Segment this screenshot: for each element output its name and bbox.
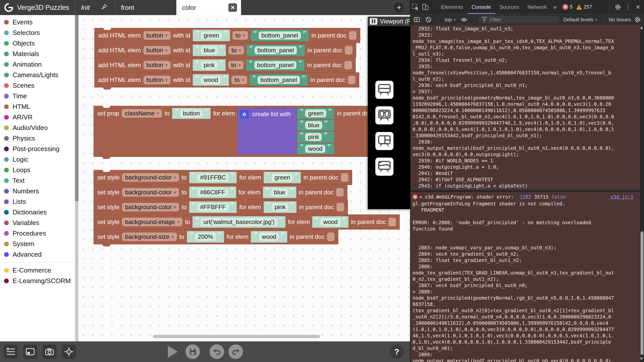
list-mutator-gear-icon[interactable] — [240, 110, 249, 119]
in-parent-doc-checkbox[interactable] — [327, 233, 335, 241]
puzzle-string-input[interactable]: “bottom_panel” — [250, 74, 308, 86]
in-parent-doc-checkbox[interactable] — [336, 188, 344, 197]
sidebar-scrollbar[interactable] — [75, 15, 78, 341]
sidebar-item-audio-video[interactable]: Audio/Video — [0, 122, 75, 133]
execution-context-selector[interactable]: top ▾ — [443, 17, 458, 23]
tab-front[interactable]: front — [115, 0, 176, 15]
sidebar-item-animation[interactable]: Animation — [0, 59, 75, 70]
in-parent-doc-checkbox[interactable] — [349, 31, 356, 40]
puzzle-string-input[interactable]: “blue” — [193, 44, 226, 56]
sidebar-scrollbar-thumb[interactable] — [75, 15, 78, 201]
puzzle-string-input[interactable]: “#91FFBC” — [189, 172, 237, 183]
puzzle-string-input[interactable]: “wood” — [312, 216, 348, 228]
sidebar-item-ar-vr[interactable]: AR/VR — [0, 112, 75, 122]
puzzle-dropdown-field[interactable]: background-image▾ — [122, 218, 182, 226]
string-value-field[interactable]: green — [305, 109, 326, 117]
puzzle-string-input[interactable]: “wood” — [251, 231, 287, 243]
log-levels-selector[interactable]: Default levels ▾ — [561, 17, 599, 23]
sidebar-item-html[interactable]: HTML — [0, 101, 75, 112]
string-value-field[interactable]: pink — [272, 203, 288, 211]
clear-console-icon[interactable] — [423, 15, 433, 25]
string-value-field[interactable]: bottom_panel — [259, 31, 301, 39]
puzzle-block[interactable]: add HTML elembutton▾with id“wood”to▾“bot… — [94, 72, 359, 87]
string-value-field[interactable]: wood — [259, 233, 279, 241]
sidebar-item-physics[interactable]: Physics — [0, 133, 75, 144]
devtools-tab-elements[interactable]: Elements — [437, 0, 467, 14]
puzzle-block[interactable]: set stylebackground-image▾to“url('walmut… — [94, 214, 400, 230]
sidebar-item-variables[interactable]: Variables — [0, 217, 75, 228]
viewport-panel-header[interactable]: Viewport (F — [368, 17, 410, 26]
sidebar-item-lists[interactable]: Lists — [0, 196, 75, 207]
string-value-field[interactable]: 200% — [195, 233, 216, 241]
puzzle-dropdown-field[interactable]: background-color▾ — [122, 188, 179, 197]
tab-color-active[interactable]: color × — [176, 0, 241, 15]
live-expression-eye-icon[interactable] — [459, 15, 469, 25]
tab-init[interactable]: Init — [75, 0, 115, 15]
in-parent-doc-checkbox[interactable] — [388, 218, 396, 226]
sidebar-item-objects[interactable]: Objects — [0, 38, 75, 49]
issue-badges[interactable]: ✕ 5 257 — [562, 4, 592, 10]
puzzle-string-input[interactable]: “green” — [193, 30, 230, 41]
sidebar-item-dictionaries[interactable]: Dictionaries — [0, 207, 75, 217]
puzzle-dropdown-field[interactable]: button▾ — [143, 31, 171, 40]
sidebar-item-post-processing[interactable]: Post-processing — [0, 144, 75, 154]
puzzle-string-input[interactable]: “blue” — [297, 120, 334, 131]
puzzle-block[interactable]: add HTML elembutton▾with id“blue”to▾“bot… — [94, 43, 356, 58]
puzzle-string-input[interactable]: “blue” — [263, 187, 296, 198]
string-value-field[interactable]: #FFBFFF — [197, 203, 229, 211]
editor-window-button[interactable] — [23, 345, 37, 359]
puzzle-block[interactable]: set propclassName▾to“button”for elemcrea… — [94, 106, 386, 157]
expand-triangle-icon[interactable]: ▶ — [420, 194, 422, 200]
string-value-field[interactable]: pink — [305, 133, 322, 141]
puzzle-string-input[interactable]: “url('walmut_basecolor.jpg')” — [192, 216, 285, 228]
string-value-field[interactable]: green — [201, 31, 222, 39]
puzzle-string-input[interactable]: “wood” — [297, 143, 334, 154]
sidebar-item-selectors[interactable]: Selectors — [0, 27, 75, 38]
in-parent-doc-checkbox[interactable] — [348, 76, 355, 84]
string-value-field[interactable]: bottom_panel — [258, 76, 300, 84]
devtools-close-icon[interactable]: × — [633, 2, 643, 12]
console-settings-gear-icon[interactable] — [632, 15, 642, 25]
screenshot-camera-button[interactable] — [43, 345, 57, 359]
puzzle-string-input[interactable]: “bottom_panel” — [251, 30, 309, 41]
scrollbar-up-arrow[interactable] — [640, 26, 643, 29]
puzzle-dropdown-field[interactable]: button▾ — [143, 46, 171, 55]
cabinet-two-drawers-icon[interactable] — [375, 81, 393, 99]
puzzle-dropdown-field[interactable]: button▾ — [143, 76, 171, 84]
string-value-field[interactable]: bottom_panel — [255, 46, 297, 54]
devtools-tab-sources[interactable]: Sources — [495, 0, 523, 14]
puzzle-dropdown-field[interactable]: background-size▾ — [122, 233, 177, 241]
string-value-field[interactable]: url('walmut_basecolor.jpg') — [201, 218, 277, 226]
puzzle-dropdown-field[interactable]: to▾ — [228, 61, 244, 69]
string-value-field[interactable]: pink — [201, 61, 218, 69]
string-value-field[interactable]: blue — [271, 188, 288, 196]
scrollbar-down-arrow[interactable] — [640, 357, 643, 360]
redo-button[interactable] — [228, 344, 243, 359]
devtools-tab-network[interactable]: Network — [523, 0, 551, 14]
puzzles-workspace[interactable]: add HTML elembutton▾with id“green”to▾“bo… — [78, 15, 410, 341]
save-button[interactable] — [185, 344, 200, 359]
sidebar-item-loops[interactable]: Loops — [0, 165, 75, 175]
sidebar-item-logic[interactable]: Logic — [0, 154, 75, 165]
puzzle-string-input[interactable]: “bottom_panel” — [247, 44, 305, 56]
puzzle-block[interactable]: add HTML elembutton▾with id“pink”to▾“bot… — [94, 58, 356, 73]
cabinet-open-doors-icon[interactable] — [375, 106, 393, 124]
string-value-field[interactable]: blue — [305, 121, 322, 129]
puzzle-dropdown-field[interactable]: to▾ — [228, 46, 244, 55]
cabinet-slant-top-icon[interactable] — [375, 158, 393, 176]
puzzle-string-input[interactable]: “green” — [297, 108, 334, 119]
puzzle-dropdown-field[interactable]: background-color▾ — [122, 173, 179, 182]
puzzle-dropdown-field[interactable]: button▾ — [143, 61, 171, 69]
puzzle-string-input[interactable]: “wood” — [193, 74, 229, 86]
puzzle-string-input[interactable]: “pink” — [193, 59, 226, 71]
inspect-element-icon[interactable] — [410, 2, 420, 12]
sidebar-item-numbers[interactable]: Numbers — [0, 186, 75, 196]
puzzle-string-input[interactable]: “#FFBFFF” — [189, 201, 237, 213]
puzzle-block[interactable]: add HTML elembutton▾with id“green”to▾“bo… — [94, 28, 360, 43]
sidebar-item-advanced[interactable]: Advanced — [0, 249, 75, 260]
string-value-field[interactable]: wood — [305, 145, 325, 153]
string-value-field[interactable]: #86C8FF — [197, 188, 228, 196]
string-value-field[interactable]: green — [272, 173, 293, 182]
workspace-horizontal-scrollbar[interactable] — [153, 335, 320, 338]
sidebar-item-scenes[interactable]: Scenes — [0, 80, 75, 91]
